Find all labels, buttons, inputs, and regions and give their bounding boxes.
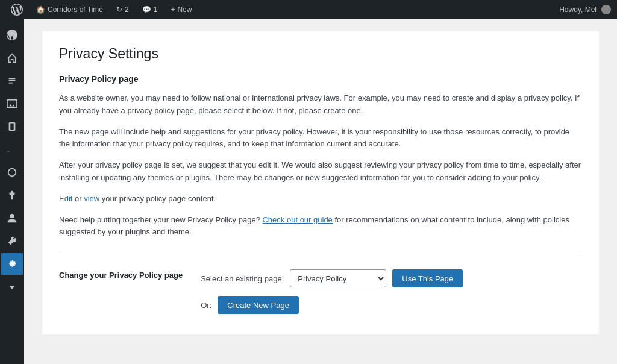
change-controls: Select an existing page: Privacy Policy … xyxy=(201,269,463,314)
use-this-page-button[interactable]: Use This Page xyxy=(392,269,463,287)
change-label: Change your Privacy Policy page xyxy=(59,269,183,281)
home-icon: 🏠 xyxy=(36,5,45,14)
collapse-icon xyxy=(7,281,17,292)
sidebar-item-collapse[interactable] xyxy=(1,276,23,298)
howdy-text: Howdy, Mel xyxy=(559,5,597,14)
sidebar-item-appearance[interactable] xyxy=(1,162,23,183)
site-name: Corridors of Time xyxy=(48,5,103,14)
site-name-item[interactable]: 🏠 Corridors of Time xyxy=(31,0,108,19)
select-row: Select an existing page: Privacy Policy … xyxy=(201,269,463,287)
new-item[interactable]: + New xyxy=(166,0,196,19)
sidebar-item-pages[interactable] xyxy=(1,116,23,137)
updates-icon: ↻ xyxy=(116,5,122,14)
main-content: Privacy Settings Privacy Policy page As … xyxy=(24,19,617,364)
comments-nav-icon xyxy=(7,144,17,155)
create-row: Or: Create New Page xyxy=(201,296,463,314)
updates-count: 2 xyxy=(125,5,129,14)
main-layout: Privacy Settings Privacy Policy page As … xyxy=(0,19,617,364)
media-icon xyxy=(7,98,17,109)
page-select[interactable]: Privacy Policy About Contact Home Sample… xyxy=(290,269,386,287)
paragraph-2: The new page will include help and sugge… xyxy=(59,126,582,151)
edit-view-or: or xyxy=(72,194,84,203)
sidebar-item-settings[interactable] xyxy=(1,253,23,275)
sidebar-item-wp[interactable] xyxy=(1,24,23,46)
sidebar-item-posts[interactable] xyxy=(1,70,23,92)
appearance-icon xyxy=(7,167,17,178)
or-label: Or: xyxy=(201,301,211,310)
divider xyxy=(59,251,582,251)
updates-item[interactable]: ↻ 2 xyxy=(111,0,134,19)
dashboard-icon xyxy=(7,52,17,63)
posts-icon xyxy=(7,75,17,86)
tools-icon xyxy=(7,236,17,246)
change-privacy-section: Change your Privacy Policy page Select a… xyxy=(59,263,582,320)
wp-logo-item[interactable] xyxy=(6,0,28,19)
sidebar xyxy=(0,19,24,364)
comments-count: 1 xyxy=(154,5,158,14)
plus-icon: + xyxy=(171,5,175,14)
adminbar-right: Howdy, Mel xyxy=(559,5,611,14)
help-text: Need help putting together your new Priv… xyxy=(59,215,262,224)
edit-view-suffix: your privacy policy page content. xyxy=(99,194,216,203)
edit-view-paragraph: Edit or view your privacy policy page co… xyxy=(59,193,582,206)
paragraph-3: After your privacy policy page is set, w… xyxy=(59,159,582,184)
users-icon xyxy=(7,213,17,224)
wp-icon xyxy=(7,30,17,40)
sidebar-item-users[interactable] xyxy=(1,207,23,229)
help-paragraph: Need help putting together your new Priv… xyxy=(59,214,582,239)
settings-icon xyxy=(7,259,17,269)
sidebar-item-plugins[interactable] xyxy=(1,184,23,206)
sidebar-item-dashboard[interactable] xyxy=(1,47,23,69)
admin-bar: 🏠 Corridors of Time ↻ 2 💬 1 + New Howdy,… xyxy=(0,0,617,19)
page-title: Privacy Settings xyxy=(59,46,582,62)
create-new-page-button[interactable]: Create New Page xyxy=(218,296,299,314)
select-label: Select an existing page: xyxy=(201,274,284,283)
pages-icon xyxy=(7,121,17,132)
avatar xyxy=(601,5,611,14)
sidebar-item-comments[interactable] xyxy=(1,139,23,160)
edit-link[interactable]: Edit xyxy=(59,194,72,203)
paragraph-1: As a website owner, you may need to foll… xyxy=(59,92,582,118)
comments-item[interactable]: 💬 1 xyxy=(137,0,163,19)
plugins-icon xyxy=(7,190,17,201)
new-label: New xyxy=(177,5,192,14)
sidebar-item-media[interactable] xyxy=(1,93,23,115)
view-link[interactable]: view xyxy=(84,194,99,203)
section-title: Privacy Policy page xyxy=(59,74,582,84)
wp-logo-icon xyxy=(11,4,23,16)
comments-icon: 💬 xyxy=(142,5,151,14)
sidebar-item-tools[interactable] xyxy=(1,230,23,252)
guide-link[interactable]: Check out our guide xyxy=(262,215,332,224)
content-wrap: Privacy Settings Privacy Policy page As … xyxy=(42,31,599,334)
